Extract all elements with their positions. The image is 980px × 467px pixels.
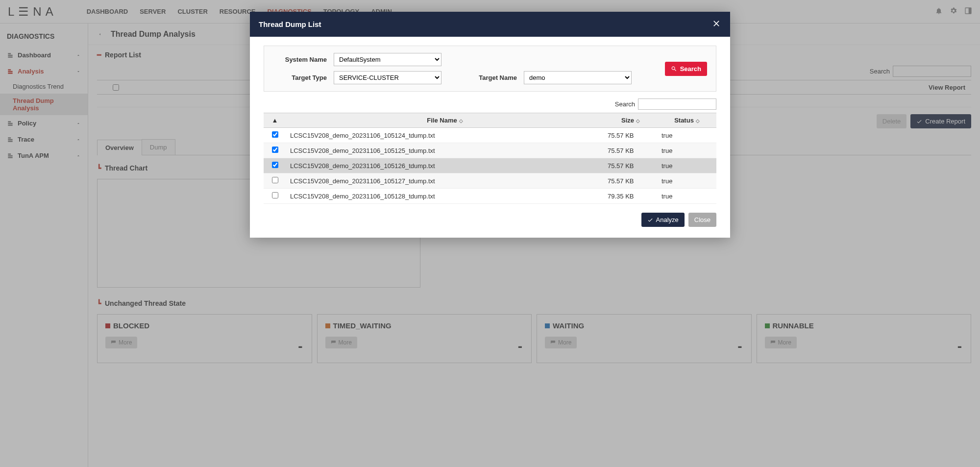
modal-header: Thread Dump List bbox=[250, 12, 730, 24]
close-icon bbox=[711, 19, 721, 24]
thread-dump-modal: Thread Dump List System Name DefaultSyst… bbox=[250, 12, 730, 24]
modal-title: Thread Dump List bbox=[259, 20, 321, 24]
modal-close-button[interactable] bbox=[711, 19, 721, 24]
